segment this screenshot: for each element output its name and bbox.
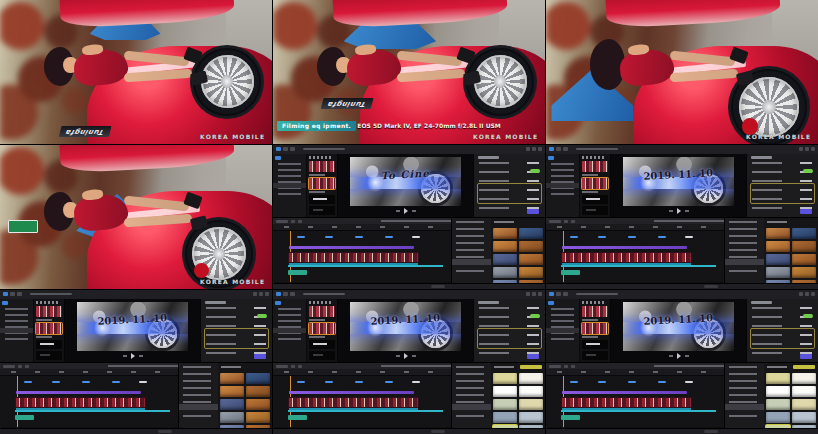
- index-button: [549, 220, 561, 223]
- video-filmstrip-clip: [561, 397, 692, 408]
- library-sidebar: [273, 299, 307, 362]
- editor-thumbnail-7[interactable]: 2019. 11. 10: [0, 290, 272, 434]
- media-import-icon: [549, 292, 554, 296]
- toolbar-title-bar: [303, 293, 345, 295]
- inspector-header: [478, 301, 499, 304]
- index-button: [276, 220, 288, 223]
- media-import-icon: [549, 147, 554, 151]
- project-name-bar: [381, 220, 453, 222]
- selected-clip-filmstrip: [582, 178, 608, 189]
- overwrite-icon: [25, 365, 29, 368]
- clip-label: [309, 174, 325, 176]
- transport-controls: [350, 208, 460, 214]
- rewind-icon: [396, 210, 400, 212]
- clip-label: [309, 319, 325, 321]
- background-tasks-icon: [563, 292, 568, 296]
- red-dress: [72, 192, 129, 233]
- toolbar-title-bar: [576, 293, 618, 295]
- overwrite-icon: [298, 365, 302, 368]
- video-filmstrip-clip: [561, 252, 692, 263]
- forward-icon: [412, 210, 416, 212]
- selected-event-row: [546, 183, 579, 188]
- project-name-bar: [108, 365, 180, 367]
- audio-clip: [288, 415, 307, 420]
- toolbar-title-bar: [576, 148, 618, 150]
- keyword-icon: [556, 147, 561, 151]
- inspector-color-chip: [527, 354, 539, 359]
- play-icon: [677, 208, 681, 214]
- audio-clip: [288, 270, 307, 275]
- settings-icon: [811, 147, 815, 151]
- effect-thumbnail: [519, 386, 543, 397]
- generator-clip-thumb: [582, 206, 608, 215]
- viewer-frame: 2019. 11. 10: [350, 302, 460, 351]
- play-icon: [404, 208, 408, 214]
- effect-thumbnail: [766, 228, 790, 239]
- photo-thumbnail-3[interactable]: KOREA MOBILE: [546, 0, 818, 144]
- effects-thumbnails: [491, 218, 545, 283]
- viewer: 2019. 11. 10: [611, 154, 746, 217]
- media-import-icon: [276, 147, 281, 151]
- effects-thumbnails: [491, 363, 545, 428]
- inspector: [746, 299, 818, 362]
- toolbar-right-icons: [526, 147, 542, 151]
- photo-thumbnail-4[interactable]: KOREA MOBILE: [0, 145, 272, 289]
- photo-thumbnail-2[interactable]: Tuningfa Filming eq ipment. EOS 5D Mark …: [273, 0, 545, 144]
- bottom-bar: [273, 283, 545, 289]
- editor-toolbar: [546, 290, 818, 299]
- inspector: [200, 299, 272, 362]
- title-clip-thumb: [582, 195, 608, 204]
- effect-thumbnail: [766, 241, 790, 252]
- model-leg: [670, 68, 739, 82]
- clip-label: [309, 191, 325, 193]
- red-dress: [618, 47, 675, 88]
- model-leg: [124, 213, 193, 227]
- editor-toolbar: [546, 145, 818, 154]
- effect-thumbnail: [220, 399, 244, 410]
- tools-icon: [799, 147, 803, 151]
- effects-panel: [178, 362, 272, 428]
- editor-thumbnail-8[interactable]: 2019. 11. 10: [273, 290, 545, 434]
- inspector-green-button: [530, 169, 540, 173]
- keyword-icon: [10, 292, 15, 296]
- library-icon: [548, 156, 554, 160]
- effect-thumbnail: [519, 412, 543, 423]
- selected-category-row: [725, 259, 764, 265]
- settings-icon: [538, 292, 542, 296]
- category-rows: [456, 221, 484, 274]
- clip-label: [582, 174, 598, 176]
- effect-thumbnail: [493, 228, 517, 239]
- effect-thumbnail: [246, 412, 270, 423]
- effects-panel: [724, 217, 818, 283]
- generator-clip-thumb: [309, 206, 335, 215]
- effect-thumbnail: [766, 399, 790, 410]
- photo-thumbnail-1[interactable]: Tuningfa KOREA MOBILE: [0, 0, 272, 144]
- korea-mobile-watermark: KOREA MOBILE: [473, 133, 538, 140]
- title-clip-thumb: [36, 340, 62, 349]
- model-leg: [670, 51, 735, 67]
- effect-thumbnail: [220, 373, 244, 384]
- keyword-icon: [283, 292, 288, 296]
- clip-filmstrip: [582, 161, 608, 172]
- editor-thumbnail-6[interactable]: 2019. 11. 10: [546, 145, 818, 289]
- inspector-color-chip: [800, 209, 812, 214]
- editor-thumbnail-9[interactable]: 2019. 11. 10: [546, 290, 818, 434]
- toolbar-right-icons: [253, 292, 269, 296]
- clip-label: [582, 336, 598, 338]
- transport-controls: [623, 208, 733, 214]
- effect-thumbnail: [792, 412, 816, 423]
- purple-title-clip: [562, 246, 687, 249]
- inspector-selected-section: [204, 328, 269, 349]
- effect-thumbnail: [766, 373, 790, 384]
- project-name-bar: [654, 365, 726, 367]
- inspector-color-chip: [800, 354, 812, 359]
- korea-mobile-watermark: KOREA MOBILE: [200, 278, 265, 285]
- inspector-header: [205, 301, 226, 304]
- editor-thumbnail-5[interactable]: To Cine: [273, 145, 545, 289]
- clip-browser: [580, 299, 611, 362]
- toolbar-title-bar: [303, 148, 345, 150]
- append-icon: [564, 365, 568, 368]
- keyword-icon: [556, 292, 561, 296]
- effects-thumbnails: [218, 363, 272, 428]
- effect-thumbnail: [766, 386, 790, 397]
